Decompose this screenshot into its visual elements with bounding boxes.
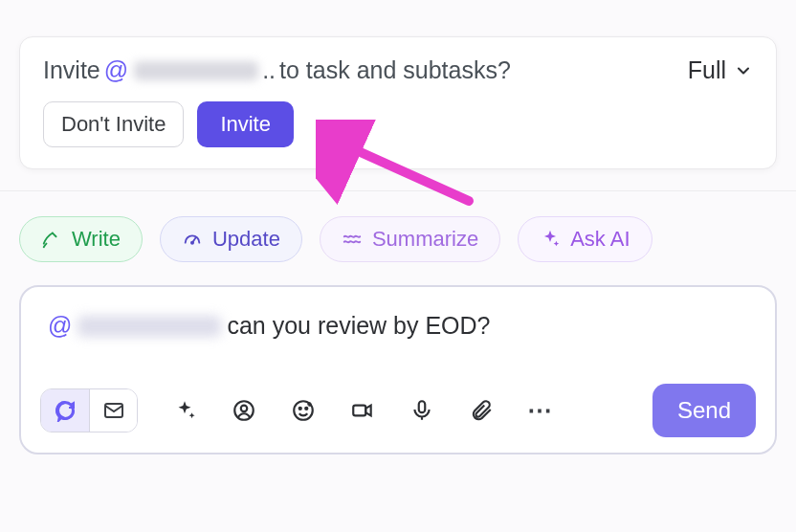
invite-button[interactable]: Invite — [197, 101, 294, 147]
comment-composer[interactable]: @ can you review by EOD? — [19, 285, 777, 454]
invite-prefix: Invite — [43, 56, 100, 84]
email-mode-button[interactable] — [89, 389, 137, 432]
composer-mention-name-redacted — [77, 316, 221, 337]
send-button[interactable]: Send — [652, 384, 756, 437]
emoji-icon[interactable] — [289, 396, 318, 425]
svg-point-2 — [191, 242, 193, 244]
waves-icon — [342, 229, 363, 250]
invite-scope-dropdown[interactable]: Full — [688, 56, 753, 84]
update-pill-label: Update — [212, 227, 280, 252]
invite-suffix: to task and subtasks? — [279, 56, 511, 84]
write-pill[interactable]: Write — [19, 216, 143, 262]
dont-invite-button[interactable]: Don't Invite — [43, 101, 184, 147]
svg-point-7 — [241, 406, 248, 412]
attachment-icon[interactable] — [467, 396, 496, 425]
comment-mode-button[interactable] — [41, 389, 89, 432]
svg-rect-11 — [353, 406, 365, 416]
suggestion-pill-row: Write Update Summarize Ask AI — [0, 191, 796, 262]
invite-row: Invite @ .. to task and subtasks? Full — [43, 56, 753, 84]
svg-rect-12 — [419, 401, 426, 412]
video-icon[interactable] — [348, 396, 377, 425]
invite-actions: Don't Invite Invite — [43, 101, 753, 147]
invite-card: Invite @ .. to task and subtasks? Full D… — [19, 36, 777, 169]
write-pill-label: Write — [72, 227, 121, 252]
composer-text[interactable]: @ can you review by EOD? — [40, 312, 756, 340]
composer-icon-row: ⋯ — [170, 396, 555, 425]
composer-toolbar: ⋯ Send — [40, 384, 756, 437]
chevron-down-icon — [734, 61, 753, 80]
microphone-icon[interactable] — [408, 396, 436, 425]
sparkle-icon — [540, 229, 561, 250]
composer-message: can you review by EOD? — [227, 312, 490, 340]
summarize-pill-label: Summarize — [372, 227, 478, 252]
composer-mode-group: ⋯ — [40, 388, 555, 432]
summarize-pill[interactable]: Summarize — [320, 216, 500, 262]
more-icon[interactable]: ⋯ — [526, 396, 555, 425]
update-pill[interactable]: Update — [160, 216, 302, 262]
invite-scope-label: Full — [688, 56, 726, 84]
composer-mention-at: @ — [48, 312, 72, 340]
invite-truncate: .. — [262, 56, 276, 84]
mention-icon[interactable] — [230, 396, 258, 425]
mention-at: @ — [104, 56, 128, 84]
pencil-icon — [41, 229, 62, 250]
svg-point-9 — [299, 408, 301, 410]
invite-prompt: Invite @ .. to task and subtasks? — [43, 56, 511, 84]
ai-icon[interactable] — [170, 396, 199, 425]
ask-ai-pill-label: Ask AI — [570, 227, 630, 252]
svg-point-10 — [305, 408, 307, 410]
ask-ai-pill[interactable]: Ask AI — [518, 216, 652, 262]
gauge-icon — [182, 229, 203, 250]
mention-name-redacted — [134, 61, 258, 80]
